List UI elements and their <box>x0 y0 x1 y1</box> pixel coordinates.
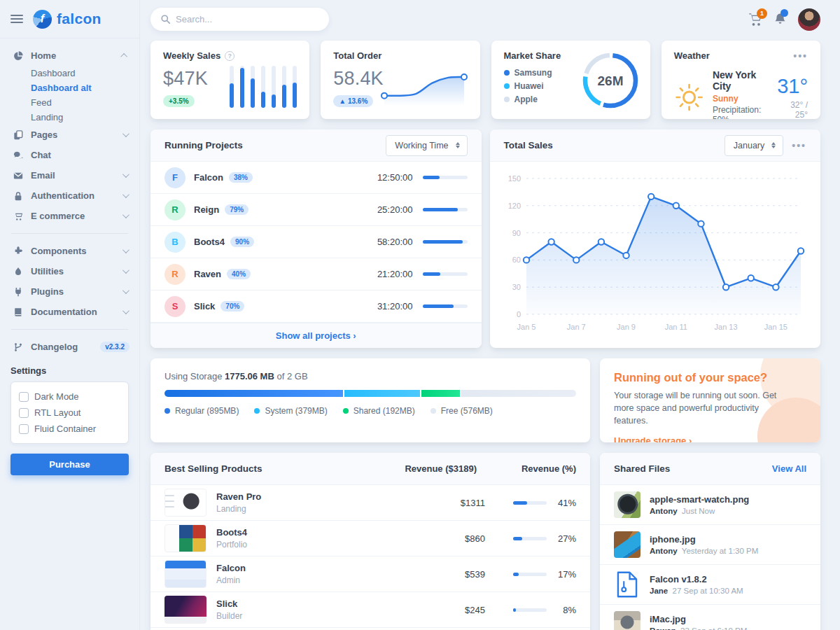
project-avatar: R <box>164 200 186 220</box>
plug-icon <box>13 287 23 297</box>
show-all-projects-link[interactable]: Show all projects › <box>276 330 356 341</box>
setting-option-dark-mode[interactable]: Dark Mode <box>19 388 120 405</box>
sidebar-item-e-commerce[interactable]: E commerce <box>0 206 139 226</box>
sidebar-item-label: Components <box>31 246 115 256</box>
topbar-icons: 1 <box>748 8 820 31</box>
sidebar-subitem-dashboard[interactable]: Dashboard <box>0 66 139 80</box>
project-row-raven[interactable]: RRaven40%21:20:00 <box>150 258 482 290</box>
project-progress-bar <box>423 272 468 276</box>
project-name: Reign <box>194 204 219 215</box>
storage-card: Using Storage 1775.06 MB of 2 GB Regular… <box>150 358 590 442</box>
sidebar-subitem-feed[interactable]: Feed <box>0 95 139 110</box>
stats-row: Weekly Sales ? $47K +3.5% Total Order 58… <box>150 41 820 119</box>
weather-menu-icon[interactable]: ••• <box>793 53 808 59</box>
svg-text:30: 30 <box>512 283 520 291</box>
search-box[interactable] <box>150 8 329 31</box>
setting-label: RTL Layout <box>34 407 81 418</box>
svg-text:0: 0 <box>516 310 520 318</box>
view-all-link[interactable]: View All <box>772 463 806 474</box>
running-projects-list: FFalcon38%12:50:00RReign79%25:20:00BBoot… <box>150 162 482 323</box>
file-meta: Jane 27 Sep at 10:30 AM <box>650 587 743 595</box>
storage-segment <box>344 390 420 397</box>
cart-button[interactable]: 1 <box>748 13 762 27</box>
legend-dot <box>164 408 170 414</box>
market-share-card: Market Share SamsungHuaweiApple 26M <box>491 41 650 119</box>
sidebar-item-label: Plugins <box>31 286 115 297</box>
working-time-select[interactable]: Working Time <box>386 135 467 156</box>
checkbox[interactable] <box>19 392 29 402</box>
project-row-slick[interactable]: SSlick70%31:20:00 <box>150 290 482 323</box>
total-order-spark-chart <box>378 62 470 109</box>
file-name[interactable]: Falcon v1.8.2 <box>650 574 743 584</box>
product-info: Boots4Portfolio <box>216 527 247 550</box>
project-pct-badge: 40% <box>227 269 251 279</box>
notifications-button[interactable] <box>774 13 787 26</box>
legend-label: Apple <box>514 94 538 104</box>
code-branch-icon <box>13 342 23 352</box>
shared-file-row[interactable]: iphone.jpgAntony Yesterday at 1:30 PM <box>600 525 820 565</box>
sidebar-item-pages[interactable]: Pages <box>0 125 139 145</box>
product-revenue-pct: 27% <box>485 533 576 544</box>
product-revenue-pct: 8% <box>485 605 576 615</box>
sidebar-item-documentation[interactable]: Documentation <box>0 302 139 322</box>
file-name[interactable]: iMac.jpg <box>650 614 747 624</box>
sidebar-header: f falcon <box>0 0 139 38</box>
file-thumbnail <box>614 531 640 558</box>
brand-logo[interactable]: f falcon <box>33 10 102 29</box>
svg-text:Jan 13: Jan 13 <box>714 323 737 331</box>
shared-file-row[interactable]: iMac.jpgRowen 23 Sep at 6:10 PM <box>600 605 820 630</box>
search-input[interactable] <box>176 14 318 24</box>
total-sales-menu-icon[interactable]: ••• <box>792 143 806 148</box>
promo-body: Your storage will be running out soon. G… <box>614 389 783 427</box>
sidebar-item-chat[interactable]: Chat <box>0 145 139 165</box>
select-arrows-icon <box>456 142 460 148</box>
sidebar-subitem-dashboard-alt[interactable]: Dashboard alt <box>0 80 139 95</box>
project-row-falcon[interactable]: FFalcon38%12:50:00 <box>150 162 482 194</box>
topbar: 1 <box>150 0 820 38</box>
sidebar-item-plugins[interactable]: Plugins <box>0 281 139 302</box>
sidebar-item-email[interactable]: Email <box>0 165 139 186</box>
user-avatar[interactable] <box>798 8 820 31</box>
product-row-raven-pro[interactable]: Raven ProLanding$131141% <box>150 485 590 521</box>
sidebar-item-utilities[interactable]: Utilities <box>0 261 139 281</box>
book-icon <box>13 307 23 317</box>
project-row-reign[interactable]: RReign79%25:20:00 <box>150 194 482 226</box>
sidebar-item-components[interactable]: Components <box>0 241 139 261</box>
setting-option-fluid-container[interactable]: Fluid Container <box>19 421 120 437</box>
sidebar-item-label: Documentation <box>31 307 115 317</box>
promo-title: Running out of your space? <box>614 371 806 384</box>
sidebar-item-home[interactable]: Home <box>0 46 139 66</box>
bottom-row: Best Selling Products Revenue ($3189) Re… <box>150 453 820 630</box>
product-row-slick[interactable]: SlickBuilder$2458% <box>150 592 590 628</box>
running-projects-card: Running Projects Working Time FFalcon38%… <box>150 130 482 348</box>
storage-legend-item: Regular (895MB) <box>164 406 239 416</box>
file-name[interactable]: iphone.jpg <box>650 534 758 545</box>
shared-files-title: Shared Files <box>614 463 764 474</box>
checkbox[interactable] <box>19 408 29 418</box>
upgrade-storage-link[interactable]: Upgrade storage › <box>614 435 692 442</box>
menu-toggle-icon[interactable] <box>10 15 23 23</box>
setting-option-rtl-layout[interactable]: RTL Layout <box>19 405 120 421</box>
project-avatar: B <box>164 232 186 253</box>
product-revenue-pct: 41% <box>485 498 576 508</box>
sidebar-item-changelog[interactable]: Changelogv2.3.2 <box>0 337 139 357</box>
month-select[interactable]: January <box>724 135 783 156</box>
product-revenue: $539 <box>398 569 485 580</box>
file-meta: Rowen 23 Sep at 6:10 PM <box>650 626 747 630</box>
nav-divider <box>11 329 128 330</box>
project-row-boots4[interactable]: BBoots490%58:20:00 <box>150 226 482 258</box>
file-name[interactable]: apple-smart-watch.png <box>650 494 749 505</box>
shared-file-row[interactable]: Falcon v1.8.2Jane 27 Sep at 10:30 AM <box>600 565 820 605</box>
storage-segment <box>421 390 460 397</box>
checkbox[interactable] <box>19 424 29 434</box>
sidebar-subitem-landing[interactable]: Landing <box>0 110 139 125</box>
sidebar-item-authentication[interactable]: Authentication <box>0 186 139 206</box>
shared-file-row[interactable]: apple-smart-watch.pngAntony Just Now <box>600 485 820 525</box>
help-icon[interactable]: ? <box>225 51 234 61</box>
purchase-button[interactable]: Purchase <box>10 454 129 475</box>
file-thumbnail <box>614 491 640 518</box>
sidebar-item-label: Chat <box>31 150 130 160</box>
product-row-boots4[interactable]: Boots4Portfolio$86027% <box>150 521 590 556</box>
product-row-falcon[interactable]: FalconAdmin$53917% <box>150 556 590 592</box>
copy-icon <box>13 130 23 140</box>
